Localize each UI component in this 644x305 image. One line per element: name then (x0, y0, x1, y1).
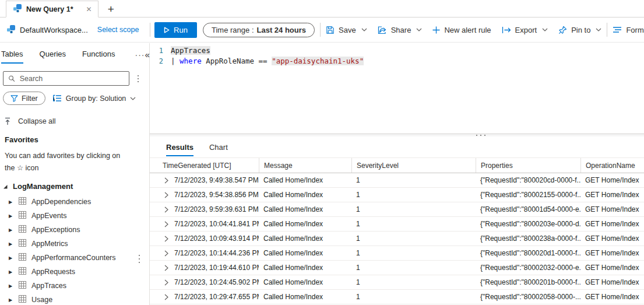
query-tab[interactable]: New Query 1* ✕ (6, 1, 98, 17)
expander-icon[interactable]: ▶ (9, 199, 13, 205)
tree-item-appdependencies[interactable]: ▶AppDependencies (0, 195, 149, 209)
table-row[interactable]: 7/12/2023, 10:24:45.902 PMCalled Home/In… (150, 275, 644, 290)
row-expand-icon[interactable] (150, 250, 174, 257)
expander-icon[interactable]: ▶ (9, 297, 13, 303)
results-tab-chart[interactable]: Chart (209, 143, 228, 156)
cell-message: Called Home/Index (259, 234, 351, 243)
time-range-picker[interactable]: Time range : Last 24 hours (203, 23, 315, 37)
table-row[interactable]: 7/12/2023, 10:19:44.610 PMCalled Home/In… (150, 261, 644, 275)
group-by-button[interactable]: Group by: Solution (53, 94, 136, 103)
table-grid-icon (19, 267, 26, 276)
cell-message: Called Home/Index (259, 293, 351, 301)
column-header-timegenerated-utc-[interactable]: TimeGenerated [UTC] (150, 158, 259, 173)
line-number: 1 (150, 45, 171, 56)
filter-button[interactable]: Filter (3, 92, 45, 105)
row-expand-icon[interactable] (150, 206, 174, 213)
cell-operationname: GET Home/Index (580, 249, 644, 257)
filter-row: Filter Group by: Solution (3, 92, 149, 105)
main-area: ··· « TablesQueriesFunctions Filter Grou… (0, 43, 644, 305)
cell-severitylevel: 1 (351, 264, 476, 272)
search-box[interactable] (3, 71, 129, 86)
table-grid-icon (19, 197, 26, 206)
expander-icon[interactable]: ▶ (9, 241, 13, 247)
expander-icon[interactable]: ▶ (9, 213, 13, 219)
format-query-button[interactable]: Format query (607, 22, 644, 38)
row-expand-icon[interactable] (150, 294, 174, 300)
tree-item-label: AppDependencies (31, 198, 91, 206)
sidebar-tab-queries[interactable]: Queries (40, 50, 66, 64)
format-lines-icon (613, 26, 622, 33)
expander-icon[interactable]: ▶ (9, 227, 13, 233)
results-grid-header: TimeGenerated [UTC]MessageSeverityLevelP… (150, 157, 644, 173)
tree-item-apprequests[interactable]: ▶AppRequests (0, 265, 149, 279)
cell-operationname: GET Home/Index (580, 191, 644, 199)
favorites-hint: You can add favorites by clicking on the… (5, 150, 141, 174)
tree-group-logmanagement[interactable]: LogManagement (2, 182, 149, 191)
table-row[interactable]: 7/12/2023, 10:14:44.236 PMCalled Home/In… (150, 246, 644, 261)
sidebar-resize-handle[interactable] (139, 255, 140, 263)
tree-item-usage[interactable]: ▶Usage (0, 293, 149, 305)
query-editor[interactable]: 1AppTraces2| where AppRoleName == "app-d… (150, 43, 644, 134)
row-expand-icon[interactable] (150, 279, 174, 286)
row-expand-icon[interactable] (150, 221, 174, 227)
share-button[interactable]: Share (372, 22, 428, 38)
table-row[interactable]: 7/12/2023, 10:09:43.914 PMCalled Home/In… (150, 232, 644, 246)
pin-to-button[interactable]: Pin to (553, 22, 607, 38)
run-button[interactable]: Run (154, 22, 197, 38)
row-expand-icon[interactable] (150, 265, 174, 271)
results-grid-body: 7/12/2023, 9:49:38.547 PMCalled Home/Ind… (150, 173, 644, 304)
sidebar-tab-functions[interactable]: Functions (82, 50, 115, 64)
row-expand-icon[interactable] (150, 236, 174, 242)
table-row[interactable]: 7/12/2023, 10:04:41.841 PMCalled Home/In… (150, 217, 644, 232)
select-scope-link[interactable]: Select scope (97, 26, 139, 34)
row-expand-icon[interactable] (150, 177, 174, 184)
table-row[interactable]: 7/12/2023, 9:59:39.631 PMCalled Home/Ind… (150, 202, 644, 217)
cell-timegenerated: 7/12/2023, 9:54:38.856 PM (174, 191, 259, 199)
table-row[interactable]: 7/12/2023, 9:54:38.856 PMCalled Home/Ind… (150, 188, 644, 202)
cell-timegenerated: 7/12/2023, 10:19:44.610 PM (174, 264, 259, 272)
row-expand-icon[interactable] (150, 192, 174, 198)
tree-item-appevents[interactable]: ▶AppEvents (0, 209, 149, 223)
results-tab-results[interactable]: Results (166, 143, 193, 156)
chevron-down-icon (130, 97, 136, 100)
table-row[interactable]: 7/12/2023, 10:29:47.655 PMCalled Home/In… (150, 290, 644, 304)
collapse-all-button[interactable]: Collapse all (5, 117, 149, 125)
new-alert-rule-button[interactable]: New alert rule (427, 22, 496, 38)
search-more-icon[interactable] (135, 73, 141, 85)
expander-icon[interactable]: ▶ (9, 283, 13, 289)
chevron-down-icon (542, 28, 548, 31)
export-button[interactable]: Export (497, 22, 554, 38)
column-header-operationname[interactable]: OperationName (580, 158, 644, 173)
column-header-message[interactable]: Message (259, 158, 351, 173)
column-header-severitylevel[interactable]: SeverityLevel (351, 158, 476, 173)
tree-item-label: AppPerformanceCounters (31, 254, 116, 262)
group-by-icon (53, 94, 62, 102)
cell-message: Called Home/Index (259, 278, 351, 286)
column-header-properties[interactable]: Properties (476, 158, 580, 173)
tree-item-appperformancecounters[interactable]: ▶AppPerformanceCounters (0, 251, 149, 265)
sidebar-more-icon[interactable]: ··· (135, 50, 145, 64)
tree-item-apptraces[interactable]: ▶AppTraces (0, 279, 149, 293)
expander-icon[interactable]: ▶ (9, 255, 13, 261)
sidebar-tabs: ··· « TablesQueriesFunctions (0, 43, 149, 64)
cell-severitylevel: 1 (351, 176, 476, 184)
share-icon (378, 26, 387, 34)
cell-timegenerated: 7/12/2023, 10:24:45.902 PM (174, 278, 259, 286)
cell-message: Called Home/Index (259, 176, 351, 184)
sidebar-tab-tables[interactable]: Tables (1, 50, 23, 64)
search-input[interactable] (20, 75, 124, 83)
tree-item-appexceptions[interactable]: ▶AppExceptions (0, 223, 149, 237)
table-grid-icon (19, 225, 26, 234)
cell-properties: {"RequestId":"8000201b-0000-f... (476, 278, 580, 286)
tree-item-appmetrics[interactable]: ▶AppMetrics (0, 237, 149, 251)
tree-item-label: AppExceptions (31, 226, 80, 234)
collapse-sidebar-icon[interactable]: « (145, 50, 149, 64)
new-tab-button[interactable]: + (108, 3, 114, 15)
editor-results-splitter[interactable] (150, 134, 644, 136)
expander-icon[interactable]: ▶ (9, 269, 13, 275)
save-button[interactable]: Save (321, 22, 372, 38)
tab-close-icon[interactable]: ✕ (86, 5, 92, 13)
code-text: AppTraces (171, 45, 210, 56)
table-row[interactable]: 7/12/2023, 9:49:38.547 PMCalled Home/Ind… (150, 173, 644, 188)
cell-properties: {"RequestId":"80002058-0000-... (476, 293, 580, 301)
